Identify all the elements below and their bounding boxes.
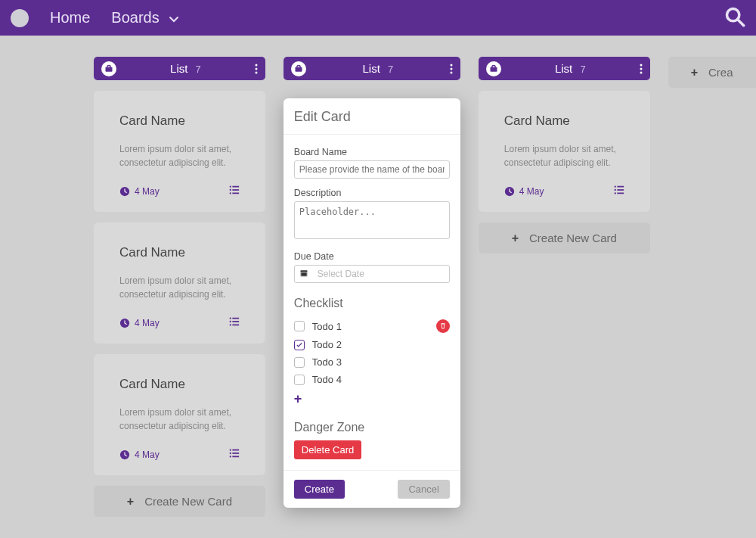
svg-rect-2 <box>106 67 113 71</box>
svg-point-29 <box>450 67 452 70</box>
card[interactable]: Card Name Lorem ipsum dolor sit amet, co… <box>94 222 265 344</box>
checklist-item[interactable]: Todo 2 <box>294 336 450 353</box>
list-menu-icon[interactable] <box>450 64 453 74</box>
svg-rect-40 <box>617 186 624 188</box>
card[interactable]: Card Name Lorem ipsum dolor sit amet, co… <box>94 354 265 475</box>
svg-point-4 <box>255 67 257 70</box>
list-icon <box>486 61 501 76</box>
svg-rect-8 <box>232 186 239 188</box>
list-column: List 7 Card Name Lorem ipsum dolor sit a… <box>94 57 265 517</box>
list-menu-icon[interactable] <box>255 64 258 74</box>
list-title: List 7 <box>306 62 450 75</box>
svg-rect-22 <box>232 449 239 451</box>
svg-point-5 <box>255 71 257 73</box>
checklist-item-label: Todo 3 <box>312 356 342 368</box>
add-todo-button[interactable]: + <box>294 391 450 407</box>
create-card-button[interactable]: +Crea <box>668 57 756 88</box>
create-card-button[interactable]: +Create New Card <box>479 222 650 253</box>
list-title: List 7 <box>501 62 640 75</box>
svg-rect-10 <box>232 189 239 191</box>
svg-point-28 <box>450 64 452 66</box>
svg-point-37 <box>640 71 642 73</box>
create-button[interactable]: Create <box>294 480 345 499</box>
description-input[interactable] <box>294 201 450 239</box>
svg-rect-26 <box>232 456 239 458</box>
svg-point-21 <box>229 449 231 450</box>
list-header: List 7 <box>479 57 650 80</box>
list-header: List 7 <box>284 57 460 80</box>
create-card-button[interactable]: +Create New Card <box>94 486 265 517</box>
boardname-input[interactable] <box>294 160 450 179</box>
svg-rect-34 <box>490 67 497 71</box>
checklist-item-label: Todo 2 <box>312 339 342 350</box>
svg-point-14 <box>229 317 231 319</box>
duedate-input[interactable]: Select Date <box>294 265 450 283</box>
card-due-date: 4 May <box>119 186 160 197</box>
svg-rect-33 <box>301 272 307 276</box>
danger-zone-title: Danger Zone <box>294 421 450 434</box>
svg-point-3 <box>255 64 257 66</box>
list-icon <box>101 61 116 76</box>
nav-home[interactable]: Home <box>50 9 90 26</box>
list-menu-icon[interactable] <box>640 64 643 74</box>
svg-rect-17 <box>232 321 239 322</box>
svg-point-41 <box>614 189 615 191</box>
card-title: Card Name <box>504 114 624 129</box>
svg-point-25 <box>229 456 231 457</box>
svg-point-36 <box>640 67 642 70</box>
svg-point-23 <box>229 452 231 454</box>
svg-point-30 <box>450 71 452 73</box>
card-title: Card Name <box>119 377 240 392</box>
svg-rect-15 <box>232 318 239 319</box>
create-card-label: Create New Card <box>144 495 232 508</box>
card-title: Card Name <box>119 114 240 129</box>
checklist-item[interactable]: Todo 4 <box>294 371 450 388</box>
svg-point-7 <box>229 185 231 187</box>
card[interactable]: Card Name Lorem ipsum dolor sit amet, co… <box>94 91 265 212</box>
checklist-item[interactable]: Todo 1 <box>294 316 450 336</box>
svg-rect-27 <box>295 67 302 71</box>
svg-line-1 <box>738 19 744 25</box>
checkbox-icon[interactable] <box>294 357 305 368</box>
checklist-item[interactable]: Todo 3 <box>294 353 450 371</box>
plus-icon: + <box>691 66 698 79</box>
svg-point-16 <box>229 321 231 322</box>
svg-point-43 <box>614 192 615 194</box>
avatar[interactable] <box>11 9 29 27</box>
nav-boards[interactable]: Boards <box>111 9 180 26</box>
chevron-down-icon <box>168 9 180 26</box>
create-card-label: Crea <box>708 66 733 79</box>
delete-card-button[interactable]: Delete Card <box>294 440 361 459</box>
list-title: List 7 <box>116 62 255 75</box>
list-count: 7 <box>388 64 393 75</box>
list-column: List 7 Edit Card Board Name Description … <box>284 57 460 517</box>
checkbox-checked-icon[interactable] <box>294 340 305 350</box>
delete-todo-icon[interactable] <box>436 319 450 333</box>
checklist-item-label: Todo 1 <box>312 321 342 332</box>
svg-point-11 <box>229 192 231 194</box>
dialog-title: Edit Card <box>294 109 450 125</box>
checkbox-icon[interactable] <box>294 375 305 385</box>
checkbox-icon[interactable] <box>294 321 305 331</box>
svg-rect-12 <box>232 193 239 194</box>
duedate-label: Due Date <box>294 251 450 262</box>
svg-rect-24 <box>232 452 239 454</box>
boardname-label: Board Name <box>294 147 450 157</box>
cancel-button[interactable]: Cancel <box>398 480 449 499</box>
svg-rect-44 <box>617 193 624 194</box>
search-icon[interactable] <box>724 6 745 30</box>
checklist-icon <box>229 448 240 462</box>
checklist-icon <box>229 316 240 330</box>
card-title: Card Name <box>119 245 240 260</box>
svg-rect-19 <box>232 325 239 326</box>
svg-rect-42 <box>617 189 624 191</box>
board-area: List 7 Card Name Lorem ipsum dolor sit a… <box>0 36 756 517</box>
checklist-icon <box>229 185 240 198</box>
calendar-icon <box>299 267 308 281</box>
svg-point-9 <box>229 189 231 191</box>
card[interactable]: Card Name Lorem ipsum dolor sit amet, co… <box>479 91 650 212</box>
description-label: Description <box>294 188 450 198</box>
svg-point-18 <box>229 324 231 325</box>
edit-card-dialog: Edit Card Board Name Description Due Dat… <box>284 98 460 508</box>
top-bar: Home Boards <box>0 0 756 36</box>
